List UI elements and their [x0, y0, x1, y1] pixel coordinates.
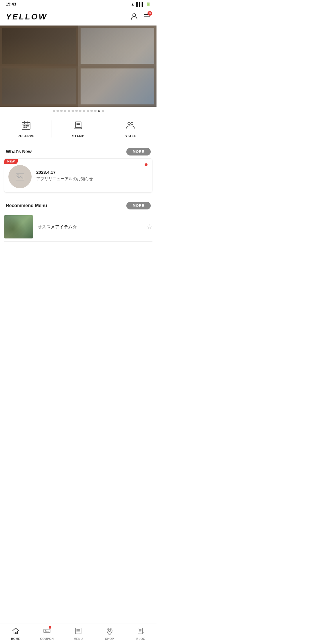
dot-1[interactable] [53, 110, 55, 112]
carousel-dots [0, 107, 156, 115]
hero-cell-1 [0, 26, 78, 66]
recommend-thumbnail [4, 215, 33, 238]
news-content: 2023.4.17 アプリリニューアルのお知らせ [36, 170, 148, 182]
whats-new-header: What's New MORE [0, 143, 156, 158]
dot-11[interactable] [90, 110, 93, 112]
dot-5[interactable] [68, 110, 70, 112]
dot-7[interactable] [75, 110, 78, 112]
news-unread-dot [145, 163, 148, 166]
notification-badge: N [148, 11, 152, 16]
svg-rect-16 [75, 128, 82, 129]
svg-rect-15 [77, 124, 80, 125]
content-area: What's New MORE NEW 2023.4.17 アプリリニューアルの… [0, 143, 156, 274]
svg-rect-11 [23, 127, 25, 128]
reserve-label: RESERVE [17, 134, 34, 138]
hero-banner [0, 26, 156, 107]
news-title: アプリリニューアルのお知らせ [36, 176, 148, 182]
news-card[interactable]: NEW 2023.4.17 アプリリニューアルのお知らせ [4, 158, 152, 193]
svg-point-17 [128, 122, 130, 125]
staff-nav-item[interactable]: STAFF [104, 115, 156, 143]
battery-icon: 🔋 [146, 2, 151, 6]
news-date: 2023.4.17 [36, 170, 148, 175]
hero-cell-4 [78, 66, 156, 107]
hero-cell-2 [78, 26, 156, 66]
staff-icon [125, 120, 136, 133]
dot-8[interactable] [79, 110, 81, 112]
logo: YELLOW [6, 12, 48, 21]
recommend-more-button[interactable]: MORE [126, 202, 151, 209]
recommend-thumb-overlay [4, 215, 33, 238]
stamp-nav-item[interactable]: STAMP [52, 115, 104, 143]
news-thumb-icon [15, 171, 25, 182]
recommend-card[interactable]: オススメアイテム☆ ☆ [4, 212, 152, 242]
dot-2[interactable] [57, 110, 59, 112]
status-time: 15:43 [6, 2, 16, 6]
dot-3[interactable] [60, 110, 63, 112]
dot-12[interactable] [94, 110, 97, 112]
svg-point-0 [133, 14, 136, 17]
svg-rect-14 [77, 123, 80, 124]
header-icons: N [130, 12, 151, 21]
profile-icon [130, 12, 138, 20]
reserve-nav-item[interactable]: RESERVE [0, 115, 52, 143]
svg-point-20 [17, 175, 19, 176]
new-badge: NEW [4, 159, 18, 164]
signal-icon: ▌▌▌ [136, 2, 144, 6]
menu-button[interactable]: N [143, 12, 151, 21]
dot-13-active[interactable] [98, 110, 100, 112]
svg-rect-8 [23, 125, 25, 126]
whats-new-title: What's New [6, 149, 32, 154]
status-bar: 15:43 ▲ ▌▌▌ 🔋 [0, 0, 156, 8]
dot-6[interactable] [72, 110, 74, 112]
recommend-menu-title: Recommend Menu [6, 203, 47, 208]
svg-rect-9 [26, 125, 27, 126]
news-thumbnail [8, 165, 32, 188]
svg-rect-10 [27, 125, 29, 126]
profile-button[interactable] [130, 12, 138, 21]
favorite-star-icon[interactable]: ☆ [147, 223, 152, 231]
stamp-label: STAMP [72, 134, 85, 138]
dot-14[interactable] [102, 110, 104, 112]
reserve-icon [21, 120, 31, 133]
dot-4[interactable] [64, 110, 66, 112]
whats-new-more-button[interactable]: MORE [126, 148, 151, 155]
stamp-icon [73, 120, 83, 133]
quick-nav: RESERVE STAMP STAFF [0, 115, 156, 143]
svg-rect-12 [26, 127, 27, 128]
recommend-title: オススメアイテム☆ [38, 224, 144, 230]
header: YELLOW N [0, 8, 156, 26]
recommend-menu-header: Recommend Menu MORE [0, 197, 156, 212]
status-icons: ▲ ▌▌▌ 🔋 [131, 2, 151, 6]
dot-10[interactable] [87, 110, 89, 112]
staff-label: STAFF [125, 134, 136, 138]
hero-cell-3 [0, 66, 78, 107]
wifi-icon: ▲ [131, 2, 134, 6]
svg-point-18 [131, 122, 133, 125]
hero-grid [0, 26, 156, 107]
dot-9[interactable] [83, 110, 85, 112]
